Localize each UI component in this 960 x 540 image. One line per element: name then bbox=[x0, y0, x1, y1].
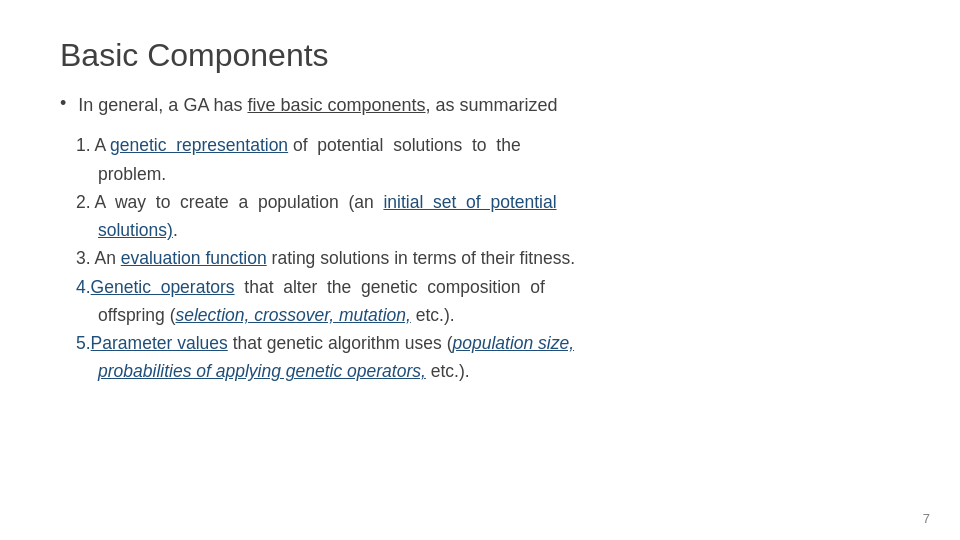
list-item-2-cont: solutions). bbox=[98, 217, 900, 243]
num-2: 2. A way to create a population (an init… bbox=[76, 192, 557, 212]
bullet-highlight: five basic components bbox=[247, 95, 425, 115]
list-item-1-cont: problem. bbox=[98, 161, 900, 187]
list-item-1: 1. A genetic representation of potential… bbox=[76, 132, 900, 158]
item-1-continuation: problem. bbox=[98, 164, 166, 184]
bullet-text2: , as summarized bbox=[426, 95, 558, 115]
list-item-4-cont: offspring (selection, crossover, mutatio… bbox=[98, 302, 900, 328]
item-2-cont-text: solutions) bbox=[98, 220, 173, 240]
list-item-5: 5.Parameter values that genetic algorith… bbox=[76, 330, 900, 356]
list-item-2: 2. A way to create a population (an init… bbox=[76, 189, 900, 215]
bullet-intro: In general, a GA has bbox=[78, 95, 247, 115]
highlight-3: evaluation function bbox=[121, 248, 267, 268]
slide-title: Basic Components bbox=[60, 36, 900, 74]
num-3: 3. An evaluation function rating solutio… bbox=[76, 248, 575, 268]
highlight-2: initial set of potential bbox=[383, 192, 556, 212]
num-1: 1. A genetic representation of potential… bbox=[76, 135, 521, 155]
item-5-italic2: probabilities of applying genetic operat… bbox=[98, 361, 426, 381]
numbered-list: 1. A genetic representation of potential… bbox=[76, 132, 900, 384]
slide: Basic Components • In general, a GA has … bbox=[0, 0, 960, 540]
page-number: 7 bbox=[923, 511, 930, 526]
highlight-1: genetic representation bbox=[110, 135, 288, 155]
highlight-5: Parameter values bbox=[91, 333, 228, 353]
list-item-3: 3. An evaluation function rating solutio… bbox=[76, 245, 900, 271]
highlight-5-num: 5. bbox=[76, 333, 91, 353]
item-4-italic: selection, crossover, mutation, bbox=[176, 305, 411, 325]
item-4-cont: offspring (selection, crossover, mutatio… bbox=[98, 305, 455, 325]
list-item-4: 4.Genetic operators that alter the genet… bbox=[76, 274, 900, 300]
item-5-suffix: etc.). bbox=[426, 361, 470, 381]
list-item-5-cont: probabilities of applying genetic operat… bbox=[98, 358, 900, 384]
bullet-text: In general, a GA has five basic componen… bbox=[78, 92, 557, 118]
bullet-section: • In general, a GA has five basic compon… bbox=[60, 92, 900, 118]
item-5-italic1: population size, bbox=[452, 333, 574, 353]
highlight-4: Genetic operators bbox=[91, 277, 235, 297]
num-5: 5.Parameter values that genetic algorith… bbox=[76, 333, 574, 353]
num-4: 4.Genetic operators that alter the genet… bbox=[76, 277, 545, 297]
item-2-cont-period: . bbox=[173, 220, 178, 240]
highlight-4-num: 4. bbox=[76, 277, 91, 297]
bullet-dot: • bbox=[60, 93, 66, 114]
